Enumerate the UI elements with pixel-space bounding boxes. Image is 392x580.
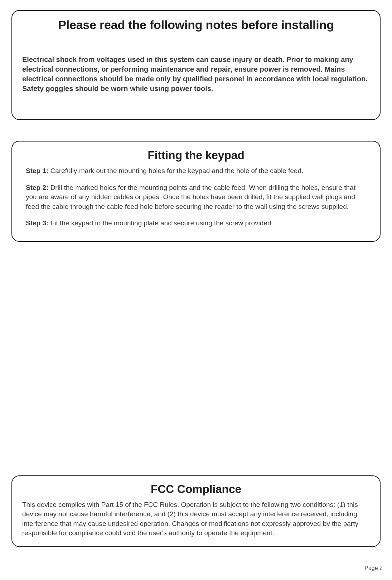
fcc-title: FCC Compliance — [22, 483, 370, 496]
warning-body: Electrical shock from voltages used in t… — [22, 55, 370, 94]
step-label: Step 1: — [26, 167, 48, 174]
fitting-step-1: Step 1: Carefully mark out the mounting … — [26, 166, 366, 176]
warning-title: Please read the following notes before i… — [22, 18, 370, 32]
step-text: Drill the marked holes for the mounting … — [26, 184, 355, 210]
fitting-panel: Fitting the keypad Step 1: Carefully mar… — [11, 141, 381, 242]
page-number: Page 2 — [364, 565, 383, 571]
fitting-title: Fitting the keypad — [26, 149, 366, 162]
step-text: Carefully mark out the mounting holes fo… — [48, 167, 303, 174]
step-label: Step 3: — [26, 219, 48, 227]
fitting-step-2: Step 2: Drill the marked holes for the m… — [26, 183, 366, 212]
step-label: Step 2: — [26, 184, 48, 191]
step-text: Fit the keypad to the mounting plate and… — [48, 219, 273, 227]
fcc-body: This device complies with Part 15 of the… — [22, 500, 370, 538]
fcc-panel: FCC Compliance This device complies with… — [11, 475, 381, 547]
fitting-step-3: Step 3: Fit the keypad to the mounting p… — [26, 219, 366, 228]
warning-panel: Please read the following notes before i… — [11, 10, 381, 120]
